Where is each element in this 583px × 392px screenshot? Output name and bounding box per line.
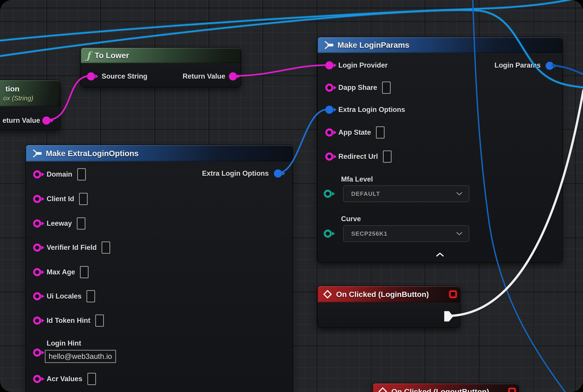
pin-leeway-input[interactable] [33, 220, 41, 228]
pin-label-acr-values: Acr Values [47, 375, 82, 383]
curve-dropdown[interactable]: SECP256K1 [343, 225, 469, 242]
pin-label-return-value: Return Value [183, 72, 226, 80]
client-id-checkbox[interactable] [79, 193, 88, 205]
pin-label-leeway: Leeway [47, 220, 72, 228]
node-title: On Clicked (LoginButton) [336, 290, 429, 299]
bound-widget-badge [508, 388, 516, 392]
pin-label-login-params-out: Login Params [494, 61, 541, 70]
node-title: On Clicked (LogoutButton) [391, 387, 489, 392]
function-icon: ƒ [86, 50, 90, 61]
collapse-pins-button[interactable] [436, 252, 444, 258]
pin-ui-locales-input[interactable] [33, 292, 41, 300]
ui-locales-checkbox[interactable] [86, 290, 95, 302]
exec-output-pin[interactable] [444, 311, 453, 322]
max-age-checkbox[interactable] [80, 266, 88, 278]
wire-blue-top-glow [0, 0, 577, 41]
pin-redirect-url-input[interactable] [325, 152, 334, 161]
pin-extra-login-options-input[interactable] [325, 106, 334, 114]
node-make-extra-login-options[interactable]: Make ExtraLoginOptions Extra Login Optio… [26, 145, 293, 392]
pin-label-domain: Domain [47, 170, 72, 178]
pin-max-age-input[interactable] [33, 268, 41, 276]
pin-return-value-output[interactable] [42, 116, 50, 124]
wire-tolower-to-login-provider[interactable] [233, 65, 327, 76]
node-title-fragment: tion [6, 84, 19, 93]
redirect-url-checkbox[interactable] [383, 150, 392, 163]
pin-acr-values-input[interactable] [33, 375, 41, 383]
dapp-share-checkbox[interactable] [382, 82, 390, 94]
pin-label-id-token-hint: Id Token Hint [47, 316, 90, 325]
pin-label-redirect-url: Redirect Url [338, 152, 378, 161]
pin-dapp-share-input[interactable] [325, 84, 334, 92]
pin-label-ui-locales: Ui Locales [47, 292, 82, 300]
mfa-level-value: DEFAULT [351, 190, 380, 197]
acr-values-checkbox[interactable] [88, 373, 96, 385]
pin-domain-input[interactable] [33, 170, 41, 178]
pin-label-extra-login-options-out: Extra Login Options [202, 170, 269, 178]
node-to-lower[interactable]: ƒ To Lower Source String Return Value [80, 47, 241, 88]
login-hint-input[interactable] [45, 350, 116, 363]
pin-id-token-hint-input[interactable] [33, 316, 41, 325]
chevron-up-icon [436, 252, 444, 257]
pin-app-state-input[interactable] [325, 128, 334, 136]
pin-verifier-id-field-input[interactable] [33, 244, 41, 252]
graph-canvas[interactable]: tion ox (String) eturn Value ƒ To Lower … [0, 0, 583, 392]
pin-label-login-provider: Login Provider [338, 61, 388, 70]
chevron-down-icon [456, 192, 462, 196]
node-combo-target-partial[interactable]: tion ox (String) eturn Value [0, 80, 60, 130]
pin-login-provider-input[interactable] [325, 61, 334, 70]
node-subtitle-fragment: ox (String) [3, 94, 33, 102]
node-header[interactable]: Make LoginParams [318, 37, 562, 53]
pin-label-return-value: eturn Value [2, 116, 40, 124]
pin-return-value-output[interactable] [229, 72, 237, 80]
pin-label-dapp-share: Dapp Share [338, 84, 377, 92]
node-make-login-params[interactable]: Make LoginParams Login Provider Dapp Sha… [317, 37, 563, 263]
node-header[interactable]: On Clicked (LogoutButton) [373, 384, 518, 392]
pin-label-app-state: App State [338, 128, 371, 136]
curve-value: SECP256K1 [351, 230, 388, 237]
node-on-clicked-logout-button[interactable]: On Clicked (LogoutButton) [372, 383, 519, 392]
mfa-level-dropdown[interactable]: DEFAULT [343, 186, 469, 202]
leeway-checkbox[interactable] [77, 218, 86, 230]
pin-label-extra-login-options: Extra Login Options [338, 106, 405, 114]
chevron-down-icon [456, 232, 462, 236]
node-title: Make ExtraLoginOptions [46, 149, 138, 158]
pin-label-verifier-id-field: Verifier Id Field [47, 244, 97, 252]
mfa-level-label: Mfa Level [341, 175, 373, 184]
node-header[interactable]: On Clicked (LoginButton) [318, 286, 460, 302]
event-diamond-icon [378, 387, 387, 392]
node-header[interactable]: ƒ To Lower [81, 48, 240, 63]
node-on-clicked-login-button[interactable]: On Clicked (LoginButton) [317, 286, 460, 328]
blueprint-editor: tion ox (String) eturn Value ƒ To Lower … [0, 0, 583, 392]
domain-checkbox[interactable] [77, 168, 86, 180]
node-header[interactable]: Make ExtraLoginOptions [26, 145, 292, 162]
pin-source-string-input[interactable] [87, 72, 95, 80]
event-diamond-icon [323, 290, 332, 299]
id-token-hint-checkbox[interactable] [95, 314, 104, 327]
pin-login-hint-input[interactable] [33, 348, 41, 357]
pin-client-id-input[interactable] [33, 195, 41, 203]
pin-label-client-id: Client Id [47, 195, 74, 203]
wire-blue-top[interactable] [0, 0, 577, 41]
curve-label: Curve [341, 215, 361, 223]
node-title: To Lower [94, 51, 129, 60]
bound-widget-badge [449, 290, 457, 298]
pin-label-source-string: Source String [102, 72, 147, 80]
pin-login-params-output[interactable] [546, 62, 554, 70]
make-struct-icon [323, 40, 334, 50]
verifier-id-field-checkbox[interactable] [102, 242, 110, 254]
pin-label-max-age: Max Age [47, 268, 75, 276]
app-state-checkbox[interactable] [376, 126, 384, 138]
pin-label-login-hint: Login Hint [47, 339, 81, 348]
node-title: Make LoginParams [338, 40, 409, 50]
pin-extra-login-options-output[interactable] [274, 170, 282, 178]
pin-mfa-level-input[interactable] [324, 190, 332, 198]
pin-curve-input[interactable] [324, 230, 332, 238]
make-struct-icon [31, 148, 42, 158]
node-header[interactable]: tion ox (String) [0, 80, 60, 106]
